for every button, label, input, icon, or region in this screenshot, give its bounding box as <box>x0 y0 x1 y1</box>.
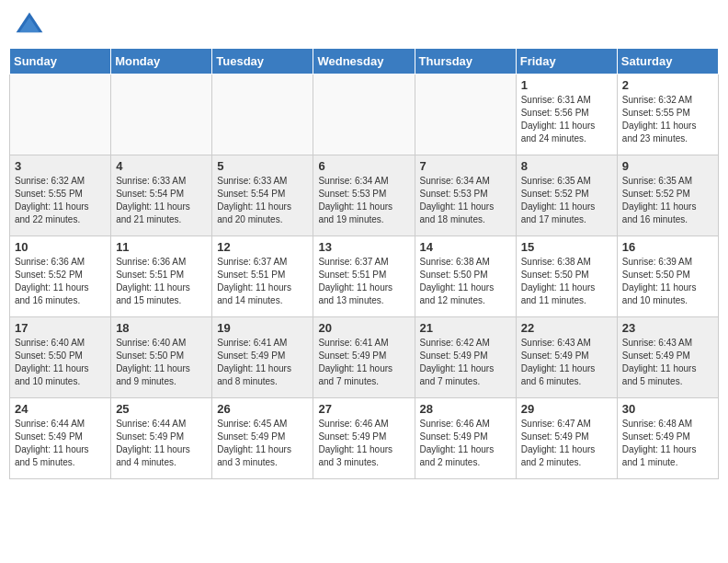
calendar-day-cell: 12Sunrise: 6:37 AM Sunset: 5:51 PM Dayli… <box>212 236 313 317</box>
day-info: Sunrise: 6:40 AM Sunset: 5:50 PM Dayligh… <box>15 337 106 388</box>
calendar-day-cell: 26Sunrise: 6:45 AM Sunset: 5:49 PM Dayli… <box>212 398 313 479</box>
calendar-day-cell: 3Sunrise: 6:32 AM Sunset: 5:55 PM Daylig… <box>10 155 111 236</box>
calendar-day-cell: 23Sunrise: 6:43 AM Sunset: 5:49 PM Dayli… <box>617 317 718 398</box>
calendar-day-cell: 16Sunrise: 6:39 AM Sunset: 5:50 PM Dayli… <box>617 236 718 317</box>
calendar-header-row: SundayMondayTuesdayWednesdayThursdayFrid… <box>10 49 719 75</box>
header-sunday: Sunday <box>10 49 111 75</box>
calendar-day-cell: 9Sunrise: 6:35 AM Sunset: 5:52 PM Daylig… <box>617 155 718 236</box>
day-number: 28 <box>420 402 511 416</box>
calendar-day-cell: 13Sunrise: 6:37 AM Sunset: 5:51 PM Dayli… <box>313 236 415 317</box>
calendar-day-cell: 17Sunrise: 6:40 AM Sunset: 5:50 PM Dayli… <box>10 317 111 398</box>
day-info: Sunrise: 6:44 AM Sunset: 5:49 PM Dayligh… <box>116 418 207 469</box>
calendar-day-cell: 18Sunrise: 6:40 AM Sunset: 5:50 PM Dayli… <box>111 317 212 398</box>
day-number: 8 <box>521 159 612 173</box>
day-info: Sunrise: 6:33 AM Sunset: 5:54 PM Dayligh… <box>116 175 207 226</box>
calendar-week-2: 3Sunrise: 6:32 AM Sunset: 5:55 PM Daylig… <box>10 155 719 236</box>
calendar-day-cell: 11Sunrise: 6:36 AM Sunset: 5:51 PM Dayli… <box>111 236 212 317</box>
day-info: Sunrise: 6:38 AM Sunset: 5:50 PM Dayligh… <box>521 256 612 307</box>
calendar-day-cell: 6Sunrise: 6:34 AM Sunset: 5:53 PM Daylig… <box>313 155 415 236</box>
day-number: 5 <box>217 159 308 173</box>
header-monday: Monday <box>111 49 212 75</box>
day-number: 16 <box>622 240 713 254</box>
day-number: 2 <box>622 78 713 92</box>
day-info: Sunrise: 6:44 AM Sunset: 5:49 PM Dayligh… <box>15 418 106 469</box>
calendar-day-cell: 27Sunrise: 6:46 AM Sunset: 5:49 PM Dayli… <box>313 398 415 479</box>
day-info: Sunrise: 6:34 AM Sunset: 5:53 PM Dayligh… <box>420 175 511 226</box>
calendar-day-cell: 5Sunrise: 6:33 AM Sunset: 5:54 PM Daylig… <box>212 155 313 236</box>
day-number: 11 <box>116 240 207 254</box>
calendar-day-cell: 28Sunrise: 6:46 AM Sunset: 5:49 PM Dayli… <box>415 398 516 479</box>
calendar-day-cell <box>415 75 516 155</box>
day-number: 21 <box>420 321 511 335</box>
day-info: Sunrise: 6:35 AM Sunset: 5:52 PM Dayligh… <box>622 175 713 226</box>
day-number: 29 <box>521 402 612 416</box>
day-number: 18 <box>116 321 207 335</box>
calendar-day-cell: 25Sunrise: 6:44 AM Sunset: 5:49 PM Dayli… <box>111 398 212 479</box>
day-number: 14 <box>420 240 511 254</box>
day-info: Sunrise: 6:40 AM Sunset: 5:50 PM Dayligh… <box>116 337 207 388</box>
calendar-day-cell: 29Sunrise: 6:47 AM Sunset: 5:49 PM Dayli… <box>516 398 617 479</box>
day-info: Sunrise: 6:35 AM Sunset: 5:52 PM Dayligh… <box>521 175 612 226</box>
day-number: 17 <box>15 321 106 335</box>
day-number: 15 <box>521 240 612 254</box>
day-number: 12 <box>217 240 308 254</box>
page-header <box>9 9 719 42</box>
day-info: Sunrise: 6:46 AM Sunset: 5:49 PM Dayligh… <box>318 418 409 469</box>
header-friday: Friday <box>516 49 617 75</box>
day-number: 7 <box>420 159 511 173</box>
day-info: Sunrise: 6:39 AM Sunset: 5:50 PM Dayligh… <box>622 256 713 307</box>
day-info: Sunrise: 6:41 AM Sunset: 5:49 PM Dayligh… <box>318 337 409 388</box>
header-wednesday: Wednesday <box>313 49 415 75</box>
day-number: 20 <box>318 321 409 335</box>
header-tuesday: Tuesday <box>212 49 313 75</box>
day-number: 6 <box>318 159 409 173</box>
day-info: Sunrise: 6:45 AM Sunset: 5:49 PM Dayligh… <box>217 418 308 469</box>
calendar-day-cell: 8Sunrise: 6:35 AM Sunset: 5:52 PM Daylig… <box>516 155 617 236</box>
day-number: 26 <box>217 402 308 416</box>
day-number: 3 <box>15 159 106 173</box>
calendar-day-cell: 24Sunrise: 6:44 AM Sunset: 5:49 PM Dayli… <box>10 398 111 479</box>
day-info: Sunrise: 6:31 AM Sunset: 5:56 PM Dayligh… <box>521 94 612 145</box>
calendar-day-cell: 22Sunrise: 6:43 AM Sunset: 5:49 PM Dayli… <box>516 317 617 398</box>
day-info: Sunrise: 6:32 AM Sunset: 5:55 PM Dayligh… <box>622 94 713 145</box>
day-number: 27 <box>318 402 409 416</box>
day-info: Sunrise: 6:41 AM Sunset: 5:49 PM Dayligh… <box>217 337 308 388</box>
calendar-day-cell: 19Sunrise: 6:41 AM Sunset: 5:49 PM Dayli… <box>212 317 313 398</box>
day-info: Sunrise: 6:42 AM Sunset: 5:49 PM Dayligh… <box>420 337 511 388</box>
calendar-week-5: 24Sunrise: 6:44 AM Sunset: 5:49 PM Dayli… <box>10 398 719 479</box>
day-number: 22 <box>521 321 612 335</box>
day-info: Sunrise: 6:37 AM Sunset: 5:51 PM Dayligh… <box>217 256 308 307</box>
day-info: Sunrise: 6:48 AM Sunset: 5:49 PM Dayligh… <box>622 418 713 469</box>
calendar-day-cell: 15Sunrise: 6:38 AM Sunset: 5:50 PM Dayli… <box>516 236 617 317</box>
calendar-week-1: 1Sunrise: 6:31 AM Sunset: 5:56 PM Daylig… <box>10 75 719 155</box>
day-info: Sunrise: 6:47 AM Sunset: 5:49 PM Dayligh… <box>521 418 612 469</box>
day-number: 30 <box>622 402 713 416</box>
day-number: 4 <box>116 159 207 173</box>
calendar-table: SundayMondayTuesdayWednesdayThursdayFrid… <box>9 48 719 479</box>
day-number: 13 <box>318 240 409 254</box>
header-saturday: Saturday <box>617 49 718 75</box>
calendar-day-cell <box>111 75 212 155</box>
calendar-day-cell: 2Sunrise: 6:32 AM Sunset: 5:55 PM Daylig… <box>617 75 718 155</box>
day-number: 1 <box>521 78 612 92</box>
calendar-day-cell: 14Sunrise: 6:38 AM Sunset: 5:50 PM Dayli… <box>415 236 516 317</box>
day-info: Sunrise: 6:43 AM Sunset: 5:49 PM Dayligh… <box>622 337 713 388</box>
day-info: Sunrise: 6:33 AM Sunset: 5:54 PM Dayligh… <box>217 175 308 226</box>
day-number: 24 <box>15 402 106 416</box>
day-number: 25 <box>116 402 207 416</box>
logo-icon <box>13 9 46 42</box>
calendar-week-3: 10Sunrise: 6:36 AM Sunset: 5:52 PM Dayli… <box>10 236 719 317</box>
calendar-day-cell: 1Sunrise: 6:31 AM Sunset: 5:56 PM Daylig… <box>516 75 617 155</box>
day-number: 23 <box>622 321 713 335</box>
calendar-day-cell: 30Sunrise: 6:48 AM Sunset: 5:49 PM Dayli… <box>617 398 718 479</box>
day-info: Sunrise: 6:36 AM Sunset: 5:51 PM Dayligh… <box>116 256 207 307</box>
day-number: 9 <box>622 159 713 173</box>
calendar-day-cell <box>212 75 313 155</box>
logo <box>13 9 50 42</box>
calendar-week-4: 17Sunrise: 6:40 AM Sunset: 5:50 PM Dayli… <box>10 317 719 398</box>
day-info: Sunrise: 6:34 AM Sunset: 5:53 PM Dayligh… <box>318 175 409 226</box>
calendar-day-cell: 21Sunrise: 6:42 AM Sunset: 5:49 PM Dayli… <box>415 317 516 398</box>
day-info: Sunrise: 6:37 AM Sunset: 5:51 PM Dayligh… <box>318 256 409 307</box>
calendar-day-cell: 4Sunrise: 6:33 AM Sunset: 5:54 PM Daylig… <box>111 155 212 236</box>
calendar-day-cell: 10Sunrise: 6:36 AM Sunset: 5:52 PM Dayli… <box>10 236 111 317</box>
